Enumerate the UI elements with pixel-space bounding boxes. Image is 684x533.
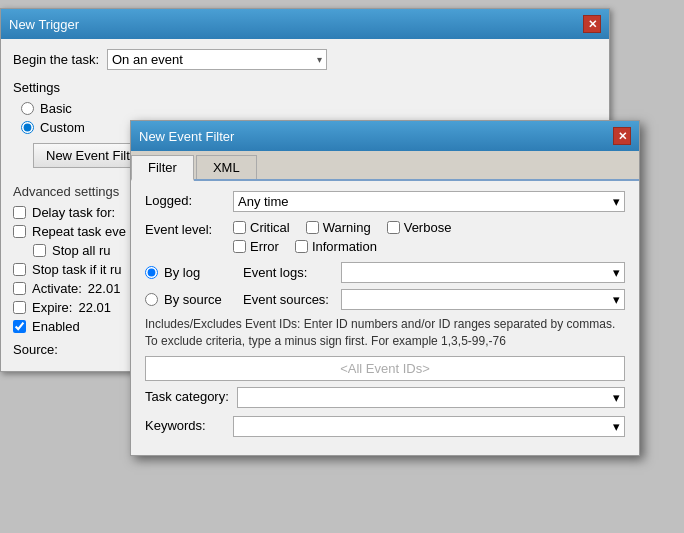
activate-label: Activate:: [32, 281, 82, 296]
custom-radio[interactable]: [21, 121, 34, 134]
begin-task-value: On an event: [112, 52, 183, 67]
basic-radio[interactable]: [21, 102, 34, 115]
task-category-combo[interactable]: ▾: [237, 387, 625, 408]
error-cb-item: Error: [233, 239, 279, 254]
logged-combo-arrow: ▾: [613, 194, 620, 209]
delay-task-checkbox[interactable]: [13, 206, 26, 219]
task-category-arrow: ▾: [613, 390, 620, 405]
checkboxes-row-1: Critical Warning Verbose: [233, 220, 625, 235]
task-category-control: ▾: [237, 387, 625, 408]
trigger-titlebar: New Trigger ✕: [1, 9, 609, 39]
begin-row: Begin the task: On an event ▾: [13, 49, 597, 70]
information-label: Information: [312, 239, 377, 254]
event-level-checkboxes: Critical Warning Verbose: [233, 220, 625, 254]
event-level-row: Event level: Critical Warning: [145, 220, 625, 254]
ef-content: Logged: Any time ▾ Event level: Critical: [131, 181, 639, 455]
event-ids-input[interactable]: <All Event IDs>: [145, 356, 625, 381]
logged-value: Any time: [238, 194, 289, 209]
logged-control: Any time ▾: [233, 191, 625, 212]
tab-filter[interactable]: Filter: [131, 155, 194, 181]
verbose-label: Verbose: [404, 220, 452, 235]
event-logs-combo[interactable]: ▾: [341, 262, 625, 283]
critical-checkbox[interactable]: [233, 221, 246, 234]
description-text: Includes/Excludes Event IDs: Enter ID nu…: [145, 316, 625, 350]
error-checkbox[interactable]: [233, 240, 246, 253]
source-label: Source:: [13, 342, 58, 357]
delay-task-label: Delay task for:: [32, 205, 115, 220]
repeat-task-checkbox[interactable]: [13, 225, 26, 238]
begin-task-combo[interactable]: On an event ▾: [107, 49, 327, 70]
log-source-section: By log Event logs: ▾ By source Event sou…: [145, 262, 625, 310]
event-sources-label: Event sources:: [243, 292, 333, 307]
event-sources-combo[interactable]: ▾: [341, 289, 625, 310]
event-sources-arrow: ▾: [613, 292, 620, 307]
tab-xml[interactable]: XML: [196, 155, 257, 179]
ef-body: Filter XML Logged: Any time ▾ Event leve…: [131, 151, 639, 455]
tab-bar: Filter XML: [131, 151, 639, 181]
logged-label: Logged:: [145, 191, 225, 208]
activate-value: 22.01: [88, 281, 121, 296]
expire-value: 22.01: [78, 300, 111, 315]
ef-close-button[interactable]: ✕: [613, 127, 631, 145]
keywords-row: Keywords: ▾: [145, 416, 625, 437]
keywords-label: Keywords:: [145, 416, 225, 433]
event-logs-label: Event logs:: [243, 265, 333, 280]
warning-checkbox[interactable]: [306, 221, 319, 234]
trigger-close-button[interactable]: ✕: [583, 15, 601, 33]
task-category-label: Task category:: [145, 387, 229, 404]
keywords-control: ▾: [233, 416, 625, 437]
information-cb-item: Information: [295, 239, 377, 254]
error-label: Error: [250, 239, 279, 254]
combo-arrow-icon: ▾: [317, 54, 322, 65]
expire-checkbox[interactable]: [13, 301, 26, 314]
stop-task-checkbox[interactable]: [13, 263, 26, 276]
verbose-checkbox[interactable]: [387, 221, 400, 234]
logged-combo[interactable]: Any time ▾: [233, 191, 625, 212]
basic-radio-row: Basic: [21, 101, 597, 116]
begin-label: Begin the task:: [13, 52, 99, 67]
event-level-label: Event level:: [145, 220, 225, 237]
critical-label: Critical: [250, 220, 290, 235]
by-log-row: By log Event logs: ▾: [145, 262, 625, 283]
stop-task-label: Stop task if it ru: [32, 262, 122, 277]
verbose-cb-item: Verbose: [387, 220, 452, 235]
enabled-label: Enabled: [32, 319, 80, 334]
by-source-radio[interactable]: [145, 293, 158, 306]
by-log-label: By log: [164, 265, 200, 280]
by-source-row: By source Event sources: ▾: [145, 289, 625, 310]
event-filter-dialog: New Event Filter ✕ Filter XML Logged: An…: [130, 120, 640, 456]
event-logs-arrow: ▾: [613, 265, 620, 280]
warning-label: Warning: [323, 220, 371, 235]
activate-checkbox[interactable]: [13, 282, 26, 295]
ef-titlebar: New Event Filter ✕: [131, 121, 639, 151]
keywords-combo[interactable]: ▾: [233, 416, 625, 437]
warning-cb-item: Warning: [306, 220, 371, 235]
checkboxes-row-2: Error Information: [233, 239, 625, 254]
by-source-label: By source: [164, 292, 222, 307]
by-log-radio[interactable]: [145, 266, 158, 279]
settings-label: Settings: [13, 80, 597, 95]
expire-label: Expire:: [32, 300, 72, 315]
information-checkbox[interactable]: [295, 240, 308, 253]
enabled-checkbox[interactable]: [13, 320, 26, 333]
custom-label: Custom: [40, 120, 85, 135]
critical-cb-item: Critical: [233, 220, 290, 235]
logged-row: Logged: Any time ▾: [145, 191, 625, 212]
stop-all-checkbox[interactable]: [33, 244, 46, 257]
task-category-row: Task category: ▾: [145, 387, 625, 408]
basic-label: Basic: [40, 101, 72, 116]
stop-all-label: Stop all ru: [52, 243, 111, 258]
ef-title: New Event Filter: [139, 129, 234, 144]
repeat-task-label: Repeat task eve: [32, 224, 126, 239]
keywords-arrow: ▾: [613, 419, 620, 434]
trigger-title: New Trigger: [9, 17, 79, 32]
